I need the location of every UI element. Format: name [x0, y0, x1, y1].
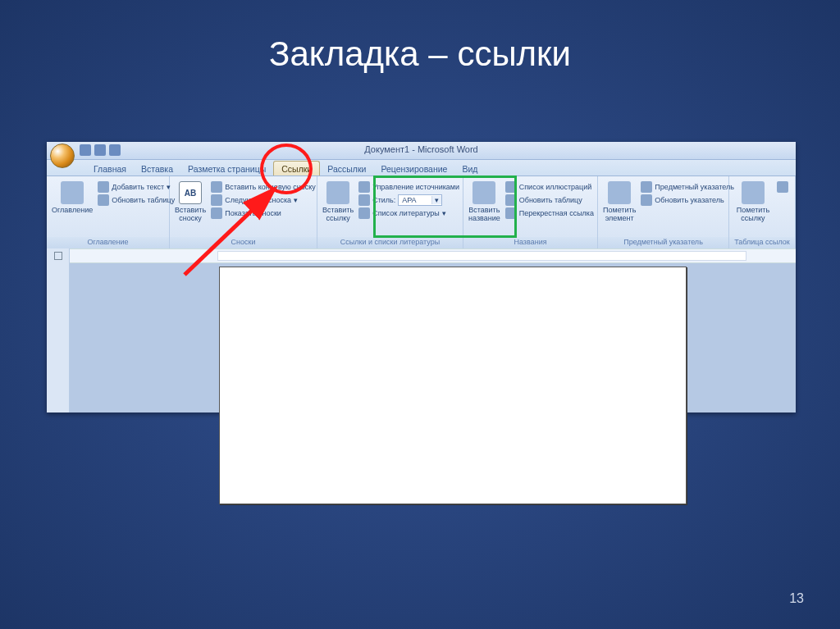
manage-sources-icon: [358, 181, 370, 193]
group-footnotes-label: Сноски: [170, 237, 317, 248]
update-icon: [98, 194, 109, 206]
insert-index-button[interactable]: Предметный указатель: [641, 181, 734, 193]
update-icon: [505, 194, 517, 206]
next-footnote-label: Следующая сноска: [225, 196, 291, 204]
update-captions-button[interactable]: Обновить таблицу: [505, 194, 594, 206]
group-captions-label: Названия: [463, 237, 597, 248]
endnote-label: Вставить концевую сноску: [225, 183, 316, 191]
mark-citation-label: Пометить ссылку: [734, 206, 772, 223]
toc-button-label: Оглавление: [52, 206, 93, 214]
window-title: Документ1 - Microsoft Word: [47, 144, 796, 154]
index-icon: [641, 181, 652, 193]
ribbon-tabs: Главная Вставка Разметка страницы Ссылки…: [47, 160, 796, 176]
crossref-button[interactable]: Перекрестная ссылка: [505, 207, 594, 219]
update-toc-button[interactable]: Обновить таблицу: [98, 194, 175, 206]
bibliography-button[interactable]: Список литературы ▾: [358, 207, 459, 219]
mark-citation-icon: [742, 181, 765, 204]
figures-label: Список иллюстраций: [519, 183, 592, 191]
insert-caption-label: Вставить название: [468, 206, 500, 223]
group-captions: Вставить название Список иллюстраций Обн…: [463, 176, 598, 248]
update-index-button[interactable]: Обновить указатель: [641, 194, 734, 206]
crossref-icon: [505, 207, 517, 219]
toc-icon: [61, 181, 84, 204]
document-page[interactable]: [219, 267, 687, 504]
group-citations: Вставить ссылку Управление источниками С…: [317, 176, 463, 248]
slide-title: Закладка – ссылки: [0, 34, 840, 74]
toa-icon: [777, 181, 788, 193]
style-icon: [358, 194, 370, 206]
word-screenshot: Документ1 - Microsoft Word Главная Встав…: [47, 142, 796, 412]
footnote-ab-icon: AB: [179, 181, 202, 204]
office-button[interactable]: [50, 144, 75, 168]
bibliography-icon: [358, 207, 370, 219]
insert-index-label: Предметный указатель: [655, 183, 734, 191]
update-index-label: Обновить указатель: [655, 196, 724, 204]
citation-icon: [326, 181, 349, 204]
group-toa: Пометить ссылку Таблица ссылок: [729, 176, 796, 248]
style-combo[interactable]: APA▾: [398, 194, 442, 206]
caption-icon: [472, 181, 495, 204]
chevron-down-icon: ▾: [431, 196, 441, 204]
mark-entry-icon: [608, 181, 631, 204]
group-toc-label: Оглавление: [47, 237, 169, 248]
slide-page-number: 13: [789, 591, 804, 606]
tab-stop-icon: [54, 252, 62, 260]
add-text-button[interactable]: Добавить текст ▾: [98, 181, 175, 193]
tab-mailings[interactable]: Рассылки: [320, 162, 373, 175]
tab-home[interactable]: Главная: [86, 162, 134, 175]
document-area: [47, 263, 796, 412]
tab-references[interactable]: Ссылки: [273, 161, 320, 175]
show-footnotes-label: Показать сноски: [225, 209, 281, 217]
horizontal-ruler[interactable]: [70, 248, 796, 263]
bibliography-label: Список литературы: [372, 209, 440, 217]
insert-footnote-button[interactable]: AB Вставить сноску: [173, 178, 208, 226]
group-toa-label: Таблица ссылок: [729, 237, 795, 248]
ribbon: Оглавление Добавить текст ▾ Обновить таб…: [47, 176, 796, 248]
window-titlebar: Документ1 - Microsoft Word: [47, 142, 796, 160]
figures-icon: [505, 181, 517, 193]
style-label: Стиль:: [372, 196, 395, 204]
manage-sources-button[interactable]: Управление источниками: [358, 181, 459, 193]
group-toc: Оглавление Добавить текст ▾ Обновить таб…: [47, 176, 170, 248]
tab-insert[interactable]: Вставка: [134, 162, 180, 175]
crossref-label: Перекрестная ссылка: [519, 209, 594, 217]
tab-page-layout[interactable]: Разметка страницы: [180, 162, 273, 175]
manage-sources-label: Управление источниками: [372, 183, 459, 191]
insert-footnote-label: Вставить сноску: [175, 206, 206, 223]
update-toc-label: Обновить таблицу: [112, 196, 175, 204]
add-text-label: Добавить текст: [112, 183, 164, 191]
mark-citation-button[interactable]: Пометить ссылку: [733, 178, 774, 226]
mark-index-entry-button[interactable]: Пометить элемент: [601, 178, 637, 226]
ruler-row: [47, 248, 796, 263]
insert-caption-button[interactable]: Вставить название: [467, 178, 502, 226]
next-footnote-button[interactable]: Следующая сноска ▾: [211, 194, 316, 206]
mark-entry-label: Пометить элемент: [603, 206, 636, 223]
group-index-label: Предметный указатель: [598, 237, 728, 248]
style-value: APA: [399, 196, 431, 204]
insert-citation-label: Вставить ссылку: [322, 206, 354, 223]
tab-review[interactable]: Рецензирование: [373, 162, 454, 175]
tab-view[interactable]: Вид: [454, 162, 485, 175]
toa-extra-button[interactable]: [777, 181, 788, 193]
update-captions-label: Обновить таблицу: [519, 196, 582, 204]
update-icon: [641, 194, 652, 206]
vertical-ruler[interactable]: [47, 263, 70, 412]
ruler-corner[interactable]: [47, 248, 70, 263]
insert-endnote-button[interactable]: Вставить концевую сноску: [211, 181, 316, 193]
toc-button[interactable]: Оглавление: [50, 178, 94, 217]
group-footnotes: AB Вставить сноску Вставить концевую сно…: [170, 176, 317, 248]
figures-list-button[interactable]: Список иллюстраций: [505, 181, 594, 193]
endnote-icon: [211, 181, 222, 193]
add-text-icon: [98, 181, 109, 193]
show-notes-icon: [211, 207, 222, 219]
insert-citation-button[interactable]: Вставить ссылку: [321, 178, 355, 226]
group-citations-label: Ссылки и списки литературы: [317, 237, 463, 248]
group-index: Пометить элемент Предметный указатель Об…: [598, 176, 729, 248]
show-footnotes-button[interactable]: Показать сноски: [211, 207, 316, 219]
style-selector[interactable]: Стиль: APA▾: [358, 194, 459, 206]
next-footnote-icon: [211, 194, 222, 206]
